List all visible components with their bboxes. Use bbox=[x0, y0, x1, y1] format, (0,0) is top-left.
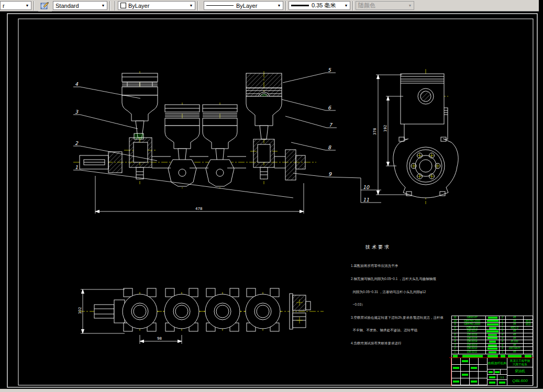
dim-side-total-text: 378 bbox=[373, 128, 377, 135]
bom-row: 9GB5781-2000 135 组合 bbox=[452, 323, 533, 327]
bom-row: 6QB.0216 445 bbox=[452, 333, 533, 337]
balloon-2: 2 bbox=[75, 140, 79, 146]
bom-row: 5QB.0215 445 bbox=[452, 337, 533, 341]
piston-3 bbox=[203, 105, 237, 186]
bom-row: 11GB93-87 245 bbox=[452, 316, 533, 320]
dim-overall-text: 478 bbox=[195, 207, 202, 211]
bom-name-block bbox=[488, 334, 497, 336]
chevron-down-icon[interactable]: ▼ bbox=[342, 4, 350, 7]
balloon-5: 5 bbox=[328, 67, 331, 73]
bottom-view: 102 98 bbox=[78, 288, 324, 344]
bom-name-block bbox=[488, 344, 497, 346]
technical-requirements: 技术要求 1.装配前将所有零件应清洗干净 2.轴瓦侧与轴孔间隙为0.05~0.1… bbox=[351, 244, 453, 354]
piston-2 bbox=[165, 105, 200, 186]
toolbar-separator bbox=[115, 1, 116, 10]
balloon-4: 4 bbox=[75, 81, 79, 87]
plotstyle-combobox: 随颜色 ▼ bbox=[356, 1, 414, 10]
bom-name-block bbox=[488, 317, 497, 319]
cad-window: { "toolbar": { "layer_value": "r", "styl… bbox=[0, 0, 543, 392]
scale-value: 1:1 bbox=[497, 375, 507, 379]
lineweight-combobox-value: 0.35 毫米 bbox=[312, 2, 336, 9]
title-block: 曲柄连杆机构 1:1 黑龙江工程学院 汽车工程系 柴油机 QBL600 bbox=[451, 358, 533, 386]
layout-red-line-vertical bbox=[451, 357, 451, 386]
toolbar: r ▼ Standard ▼ ByLayer ▼ ByLayer ▼ 0.35 … bbox=[0, 0, 539, 12]
dim-pitch-text: 98 bbox=[157, 337, 162, 341]
lineweight-sample-icon bbox=[291, 5, 309, 6]
bom-row: 4QB.0214 4ZL102 bbox=[452, 340, 533, 344]
toolbar-separator bbox=[352, 1, 353, 10]
balloon-3: 3 bbox=[75, 109, 79, 115]
bom-row: 2QB.0212 420CrMnTi bbox=[452, 347, 533, 351]
bom-name-block bbox=[487, 348, 497, 350]
balloon-8: 8 bbox=[328, 144, 331, 150]
title-block-signature-grid bbox=[452, 358, 487, 385]
bom-row: 8QB0.00-2 140Cr-2 bbox=[452, 327, 533, 330]
bom-name-block bbox=[487, 320, 498, 322]
window-bottom-edge bbox=[0, 389, 543, 392]
balloon-10: 10 bbox=[363, 184, 370, 190]
linetype-combobox-value: ByLayer bbox=[236, 3, 257, 9]
layer-combobox[interactable]: r ▼ bbox=[0, 1, 31, 10]
toolbar-separator bbox=[285, 1, 286, 10]
title-block-middle: 曲柄连杆机构 1:1 bbox=[487, 358, 507, 385]
balloon-11: 11 bbox=[363, 197, 369, 203]
chevron-down-icon[interactable]: ▼ bbox=[187, 4, 195, 7]
text-style-button[interactable] bbox=[38, 0, 52, 12]
toolbar-separator bbox=[109, 1, 110, 10]
chevron-down-icon: ▼ bbox=[406, 4, 414, 7]
bom-row: 10GB5780-2000 135 组合 bbox=[452, 320, 533, 323]
toolbar-separator bbox=[34, 1, 35, 10]
bom-table: 11GB93-87 245 10GB5780-2000 135 组合 9GB57… bbox=[451, 316, 533, 359]
bom-name-block bbox=[489, 327, 496, 329]
linetype-combobox[interactable]: ByLayer ▼ bbox=[204, 1, 283, 10]
piston-4-section bbox=[246, 73, 282, 179]
tech-requirements-title: 技术要求 bbox=[365, 244, 453, 251]
balloon-9: 9 bbox=[328, 171, 332, 177]
chevron-down-icon[interactable]: ▼ bbox=[275, 4, 283, 7]
bom-name-block bbox=[487, 323, 498, 326]
balloon-6: 6 bbox=[328, 105, 331, 110]
tech-requirements-body: 1.装配前将所有零件应清洗干净 2.轴瓦侧与轴孔间隙为0.05~0.1 ，连杆大… bbox=[351, 255, 453, 354]
balloon-1: 1 bbox=[75, 164, 78, 170]
layout-red-line-horizontal bbox=[449, 357, 534, 358]
lineweight-combobox[interactable]: 0.35 毫米 ▼ bbox=[289, 1, 350, 10]
linetype-sample-icon bbox=[206, 5, 234, 6]
text-style-combobox-value: Standard bbox=[56, 3, 79, 9]
dim-side-span-text: 192 bbox=[383, 125, 387, 132]
bom-name-block bbox=[489, 341, 496, 343]
layer-combobox-value: r bbox=[3, 3, 5, 9]
drawing-title: 曲柄连杆机构 bbox=[487, 358, 507, 369]
side-view: 378 192 bbox=[373, 69, 458, 204]
color-combobox[interactable]: ByLayer ▼ bbox=[118, 1, 195, 10]
dim-web-text: 102 bbox=[78, 307, 82, 314]
product-name: 柴油机 bbox=[507, 367, 533, 376]
toolbar-right-gap bbox=[539, 0, 543, 12]
bom-row: 1QB.0211 145 bbox=[452, 351, 533, 354]
drawing-number: QBL600 bbox=[507, 376, 533, 385]
text-style-combobox[interactable]: Standard ▼ bbox=[53, 1, 107, 10]
toolbar-separator bbox=[197, 1, 198, 10]
bom-name-block bbox=[489, 351, 496, 353]
bom-name-block bbox=[486, 330, 498, 332]
bom-name-block bbox=[487, 337, 497, 339]
organization-name: 黑龙江工程学院 汽车工程系 bbox=[507, 358, 533, 367]
bom-row: 7QB.0217 445 bbox=[452, 330, 533, 333]
title-block-right: 黑龙江工程学院 汽车工程系 柴油机 QBL600 bbox=[507, 358, 533, 385]
plotstyle-combobox-value: 随颜色 bbox=[358, 2, 375, 9]
balloon-7: 7 bbox=[329, 122, 333, 128]
chevron-down-icon[interactable]: ▼ bbox=[99, 4, 107, 7]
chevron-down-icon[interactable]: ▼ bbox=[24, 4, 31, 7]
text-style-icon bbox=[40, 2, 50, 10]
color-combobox-value: ByLayer bbox=[128, 3, 149, 9]
color-swatch-icon bbox=[120, 3, 126, 8]
bom-row: 3QB.0213 438 bbox=[452, 344, 533, 348]
